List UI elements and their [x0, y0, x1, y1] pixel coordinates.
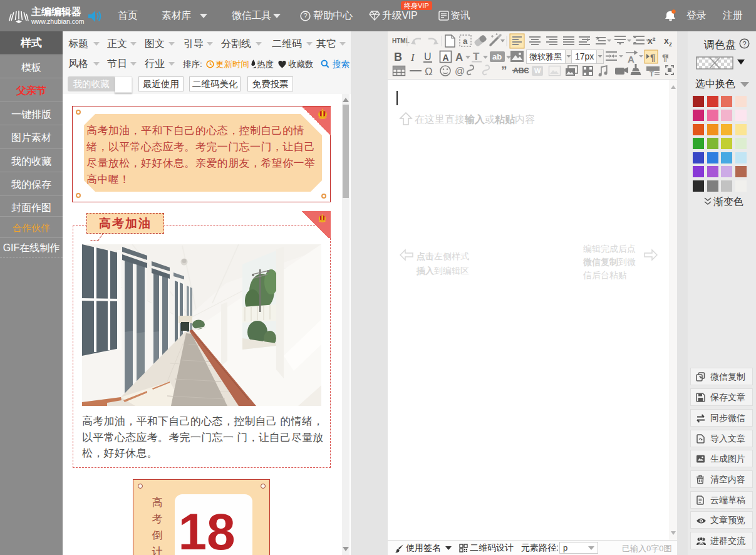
svg-text:T: T [473, 51, 480, 63]
svg-text:x: x [664, 36, 669, 46]
svg-text:a: a [463, 36, 468, 46]
svg-text:”: ” [501, 64, 507, 77]
svg-text:W: W [534, 67, 541, 75]
svg-text:T: T [650, 70, 654, 78]
svg-text:A: A [628, 54, 634, 65]
svg-text:x²: x² [648, 36, 656, 46]
svg-text:B: B [394, 51, 402, 63]
svg-text:Ω: Ω [425, 66, 433, 78]
svg-text:ab: ab [492, 52, 502, 61]
svg-text:17px: 17px [575, 51, 594, 61]
svg-text:@: @ [455, 66, 465, 76]
svg-text:?: ? [742, 40, 746, 48]
svg-text:A: A [443, 53, 449, 63]
svg-text:¶: ¶ [650, 52, 655, 63]
svg-text:A: A [455, 51, 463, 63]
svg-text:U: U [424, 51, 432, 62]
svg-text:z: z [669, 41, 672, 48]
svg-text:I: I [410, 51, 415, 63]
svg-text:微软雅黑: 微软雅黑 [529, 52, 562, 61]
svg-text:?: ? [303, 12, 307, 19]
